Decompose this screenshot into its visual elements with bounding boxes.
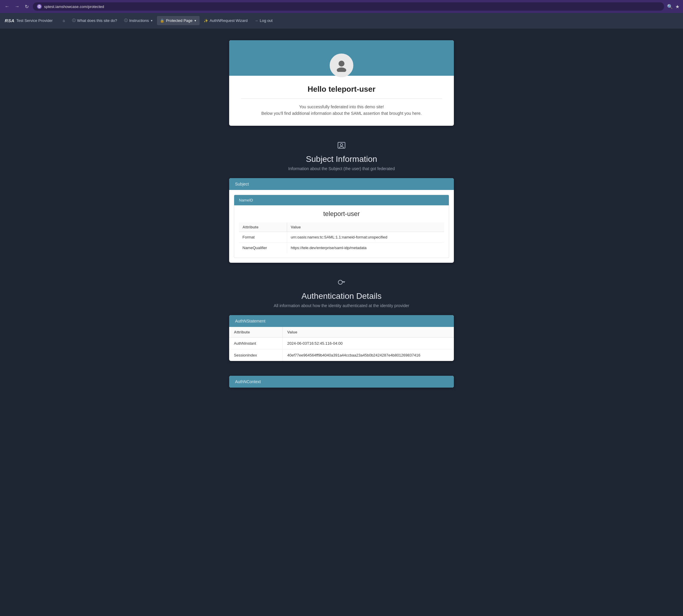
svg-point-1 — [339, 61, 344, 67]
chevron-down-icon-2: ▼ — [194, 19, 197, 22]
forward-button[interactable]: → — [14, 3, 21, 10]
authn-context-header: AuthNContext — [229, 376, 454, 388]
welcome-card-header — [229, 40, 454, 76]
back-button[interactable]: ← — [3, 3, 10, 10]
attr-value: urn:oasis:names:tc:SAML:1.1:nameid-forma… — [287, 232, 444, 242]
table-row: NameQualifier https://tele.dev/enterpris… — [239, 242, 444, 253]
search-icon[interactable]: 🔍 — [667, 4, 673, 9]
nav-what[interactable]: ⓘ What does this site do? — [69, 16, 120, 25]
table-row: SessionIndex 40ef77ee964564ff9b4040a391a… — [229, 349, 454, 361]
welcome-text: You successfully federated into this dem… — [241, 104, 442, 117]
subject-card-body: NameID teleport-user Attribute Value — [229, 195, 454, 258]
nav-what-label: What does this site do? — [77, 18, 117, 23]
brand-logo: RSA — [5, 18, 15, 23]
chevron-down-icon: ▼ — [150, 19, 153, 22]
nameid-value: teleport-user — [239, 210, 444, 218]
nameid-table: Attribute Value Format urn:oasis:names:t… — [239, 222, 444, 253]
authn-card-body: Attribute Value AuthNInstant 2024-06-03T… — [229, 327, 454, 361]
subject-section: Subject Information Information about th… — [229, 140, 454, 263]
auth-section-header: Authentication Details All information a… — [229, 278, 454, 308]
auth-section: Authentication Details All information a… — [229, 278, 454, 388]
svg-point-2 — [337, 67, 346, 72]
info-icon-2: ⓘ — [124, 18, 128, 23]
authn-card: AuthNStatement Attribute Value AuthNInst… — [229, 315, 454, 361]
nameid-card: NameID teleport-user Attribute Value — [234, 195, 449, 258]
browser-actions: 🔍 ★ — [667, 4, 680, 9]
contact-card-icon — [229, 140, 454, 152]
subject-subtitle: Information about the Subject (the user)… — [229, 166, 454, 171]
app-nav: RSA Test Service Provider ⌂ ⓘ What does … — [0, 13, 683, 28]
key-icon — [229, 278, 454, 289]
avatar — [330, 53, 353, 77]
attr-col-header: Attribute — [239, 222, 287, 232]
subject-card-header: Subject — [229, 178, 454, 190]
authn-col2-header: Value — [282, 327, 454, 337]
site-icon — [37, 4, 42, 9]
svg-point-4 — [340, 144, 343, 146]
address-bar[interactable]: sptest.iamshowcase.com/protected — [33, 2, 664, 10]
authn-attr-value: 2024-06-03T16:52:45.116-04:00 — [282, 337, 454, 349]
table-row: AuthNInstant 2024-06-03T16:52:45.116-04:… — [229, 337, 454, 349]
lock-icon: 🔒 — [160, 19, 164, 23]
logout-icon: → — [255, 19, 258, 23]
auth-title: Authentication Details — [229, 291, 454, 301]
subject-card: Subject NameID teleport-user Attribute V… — [229, 178, 454, 263]
welcome-title: Hello teleport-user — [241, 85, 442, 94]
nav-home[interactable]: ⌂ — [60, 16, 68, 25]
auth-subtitle: All information about how the identity a… — [229, 303, 454, 308]
table-row: Format urn:oasis:names:tc:SAML:1.1:namei… — [239, 232, 444, 242]
attr-value: https://tele.dev/enterprise/saml-idp/met… — [287, 242, 444, 253]
main-content: Hello teleport-user You successfully fed… — [223, 28, 460, 414]
service-name: Test Service Provider — [16, 18, 53, 23]
wand-icon: ✨ — [204, 19, 208, 23]
welcome-line1: You successfully federated into this dem… — [241, 104, 442, 110]
info-icon: ⓘ — [72, 18, 76, 23]
nav-wizard-label: AuthNRequest Wizard — [210, 18, 248, 23]
authn-col1-header: Attribute — [229, 327, 282, 337]
authn-attr-name: SessionIndex — [229, 349, 282, 361]
subject-section-header: Subject Information Information about th… — [229, 140, 454, 171]
nav-instructions[interactable]: ⓘ Instructions ▼ — [121, 16, 156, 25]
nav-protected-label: Protected Page — [166, 18, 192, 23]
nav-logout[interactable]: → Log out — [252, 16, 276, 25]
authn-attr-value: 40ef77ee964564ff9b4040a391a44ccbaa23a45b… — [282, 349, 454, 361]
nav-protected[interactable]: 🔒 Protected Page ▼ — [157, 16, 200, 25]
authn-context-card: AuthNContext — [229, 376, 454, 388]
attr-name: NameQualifier — [239, 242, 287, 253]
home-icon: ⌂ — [63, 18, 65, 23]
welcome-line2: Below you'll find additional information… — [241, 110, 442, 116]
nav-instructions-label: Instructions — [129, 18, 149, 23]
nav-logout-label: Log out — [260, 18, 273, 23]
nav-wizard[interactable]: ✨ AuthNRequest Wizard — [201, 16, 251, 25]
authn-table: Attribute Value AuthNInstant 2024-06-03T… — [229, 327, 454, 361]
authn-card-header: AuthNStatement — [229, 315, 454, 327]
attr-name: Format — [239, 232, 287, 242]
nameid-header: NameID — [234, 195, 449, 205]
bookmark-icon[interactable]: ★ — [675, 4, 680, 9]
brand: RSA Test Service Provider — [5, 18, 53, 23]
divider — [241, 98, 442, 99]
subject-title: Subject Information — [229, 154, 454, 164]
nameid-body: teleport-user Attribute Value Format — [234, 205, 449, 258]
welcome-card-body: Hello teleport-user You successfully fed… — [229, 76, 454, 126]
authn-attr-name: AuthNInstant — [229, 337, 282, 349]
nav-items: ⌂ ⓘ What does this site do? ⓘ Instructio… — [60, 16, 678, 25]
url-text: sptest.iamshowcase.com/protected — [44, 4, 104, 9]
browser-chrome: ← → ↻ sptest.iamshowcase.com/protected 🔍… — [0, 0, 683, 13]
refresh-button[interactable]: ↻ — [24, 3, 30, 10]
value-col-header: Value — [287, 222, 444, 232]
svg-point-5 — [338, 280, 342, 284]
welcome-card: Hello teleport-user You successfully fed… — [229, 40, 454, 126]
